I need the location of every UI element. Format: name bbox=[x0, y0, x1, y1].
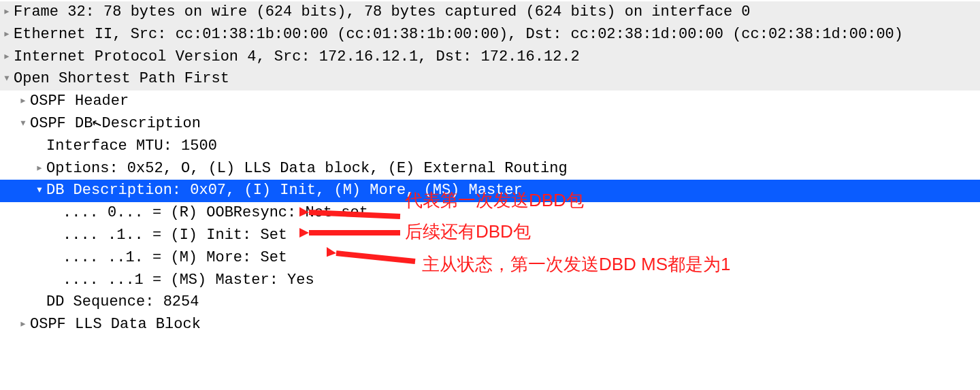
tree-row-frame[interactable]: ▸ Frame 32: 78 bytes on wire (624 bits),… bbox=[0, 1, 980, 24]
tree-row-mtu[interactable]: Interface MTU: 1500 bbox=[0, 135, 980, 158]
tree-row-ospf[interactable]: ▾ Open Shortest Path First bbox=[0, 68, 980, 91]
tree-row-options[interactable]: ▸ Options: 0x52, O, (L) LLS Data block, … bbox=[0, 158, 980, 180]
tree-row-dd-seq[interactable]: DD Sequence: 8254 bbox=[0, 291, 980, 314]
annotation-more: 后续还有DBD包 bbox=[405, 219, 531, 244]
row-label: OSPF LLS Data Block bbox=[30, 314, 201, 336]
chevron-right-icon[interactable]: ▸ bbox=[0, 25, 14, 44]
annotation-init: 代表第一次发送DBD包 bbox=[405, 188, 584, 212]
packet-tree: ▸ Frame 32: 78 bytes on wire (624 bits),… bbox=[0, 0, 980, 338]
chevron-down-icon[interactable]: ▾ bbox=[33, 180, 46, 200]
row-label: Open Shortest Path First bbox=[14, 69, 229, 90]
row-label: Frame 32: 78 bytes on wire (624 bits), 7… bbox=[14, 2, 751, 23]
row-label: .... ..1. = (M) More: Set bbox=[63, 248, 287, 269]
row-label: DD Sequence: 8254 bbox=[46, 292, 199, 313]
chevron-right-icon[interactable]: ▸ bbox=[16, 314, 30, 334]
chevron-down-icon[interactable]: ▾ bbox=[16, 114, 30, 133]
chevron-right-icon[interactable]: ▸ bbox=[0, 2, 14, 22]
row-label: Internet Protocol Version 4, Src: 172.16… bbox=[14, 47, 580, 68]
row-label: Ethernet II, Src: cc:01:38:1b:00:00 (cc:… bbox=[14, 25, 903, 46]
tree-row-ethernet[interactable]: ▸ Ethernet II, Src: cc:01:38:1b:00:00 (c… bbox=[0, 24, 980, 46]
chevron-right-icon[interactable]: ▸ bbox=[0, 47, 14, 67]
row-label: OSPF DB Description bbox=[30, 114, 201, 135]
annotation-master: 主从状态，第一次发送DBD MS都是为1 bbox=[422, 252, 731, 276]
tree-row-ip[interactable]: ▸ Internet Protocol Version 4, Src: 172.… bbox=[0, 46, 980, 69]
row-label: Interface MTU: 1500 bbox=[46, 136, 217, 157]
row-label: OSPF Header bbox=[30, 91, 129, 112]
tree-row-ospf-dbd[interactable]: ▾ OSPF DB Description ↖ bbox=[0, 113, 980, 135]
row-label: Options: 0x52, O, (L) LLS Data block, (E… bbox=[46, 159, 568, 180]
row-label: .... ...1 = (MS) Master: Yes bbox=[63, 270, 314, 291]
chevron-right-icon[interactable]: ▸ bbox=[33, 159, 46, 178]
chevron-down-icon[interactable]: ▾ bbox=[0, 69, 14, 88]
row-label: .... .1.. = (I) Init: Set bbox=[63, 225, 287, 246]
tree-row-ospf-lls[interactable]: ▸ OSPF LLS Data Block bbox=[0, 314, 980, 336]
row-label: .... 0... = (R) OOBResync: Not set bbox=[63, 203, 368, 224]
chevron-right-icon[interactable]: ▸ bbox=[16, 91, 30, 111]
tree-row-ospf-header[interactable]: ▸ OSPF Header bbox=[0, 91, 980, 113]
